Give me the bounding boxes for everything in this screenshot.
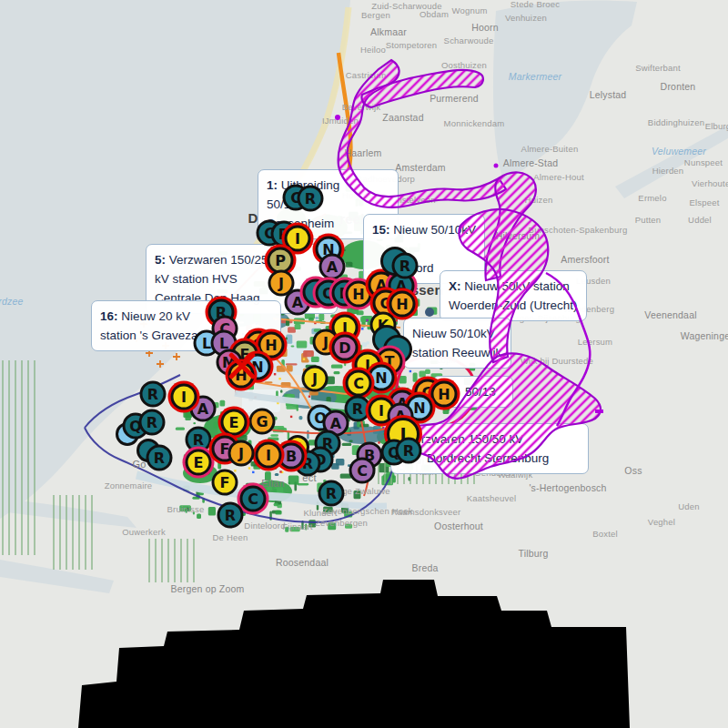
map-marker-r[interactable]: R (140, 381, 167, 408)
map-marker-a[interactable]: A (319, 254, 346, 280)
map-marker-r[interactable]: R (345, 396, 371, 422)
map-marker-c[interactable]: C (349, 458, 376, 484)
map-marker-i[interactable]: I (256, 442, 282, 469)
map-marker-h[interactable]: H (228, 362, 255, 389)
map-marker-i[interactable]: I (171, 384, 197, 410)
markers-layer: CRCRINPAJAQRHRCLLGHEMNHAARGHKIJDTINCJGHA… (0, 0, 728, 728)
map-marker-j[interactable]: J (302, 366, 329, 392)
map-marker-r[interactable]: R (392, 253, 419, 279)
map-marker-r[interactable]: R (147, 445, 173, 471)
map-marker-h[interactable]: H (431, 381, 458, 408)
map-marker-g[interactable]: G (249, 409, 276, 435)
map-marker-r[interactable]: R (396, 438, 422, 464)
map-marker-r[interactable]: R (318, 480, 345, 507)
map-marker-r[interactable]: R (298, 186, 324, 212)
map-marker-r[interactable]: R (139, 410, 166, 436)
map-marker-e[interactable]: E (221, 410, 248, 436)
map-marker-i[interactable]: I (285, 226, 311, 252)
map-marker-n[interactable]: N (369, 365, 395, 391)
map-marker-b[interactable]: B (278, 443, 305, 470)
map-marker-e[interactable]: E (186, 450, 212, 476)
map-marker-c[interactable]: C (240, 486, 267, 512)
map-marker-c[interactable]: C (346, 370, 372, 397)
map-marker-d[interactable]: D (332, 335, 359, 361)
map-marker-r[interactable]: R (217, 502, 244, 529)
map-marker-f[interactable]: F (212, 470, 238, 496)
map-marker-j[interactable]: J (228, 440, 255, 467)
map-marker-h[interactable]: H (389, 291, 416, 318)
map-viewport[interactable]: Zuid-ScharwoudeStede BroecObdamWognumBer… (0, 0, 728, 728)
